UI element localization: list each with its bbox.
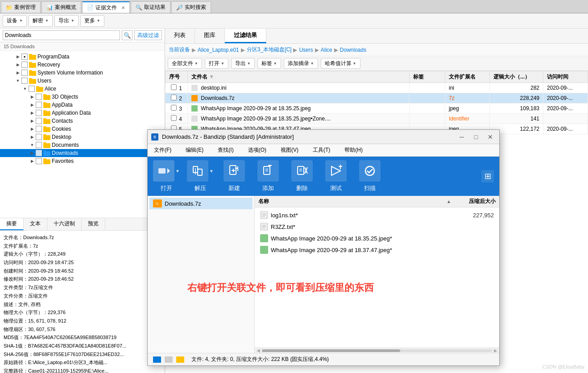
menu-tools[interactable]: 工具(T) xyxy=(309,145,334,155)
svg-rect-11 xyxy=(43,94,46,96)
bz-col-up-arrow: ▲ xyxy=(447,199,451,204)
bandizip-sidebar-archive[interactable]: 7z Downloads.7z xyxy=(149,198,253,209)
tab-forensic-icon: 🔍 xyxy=(136,4,142,11)
more-button[interactable]: 更多 ▼ xyxy=(80,15,104,27)
tab-evidence-close[interactable]: ✕ xyxy=(121,5,125,10)
row-checkbox-2[interactable] xyxy=(171,95,177,100)
tree-item-3dobjects[interactable]: ▶ 3D Objects xyxy=(0,93,165,101)
menu-edit[interactable]: 编辑(E) xyxy=(182,145,207,155)
breadcrumb-users[interactable]: Users xyxy=(299,47,313,53)
tab-case-label: 案例管理 xyxy=(14,4,36,11)
tab-forensic-result[interactable]: 🔍 取证结果 xyxy=(131,1,170,13)
open-arrow: ▼ xyxy=(221,62,224,66)
menu-help[interactable]: 帮助(H) xyxy=(341,145,366,155)
bz-grid-button[interactable]: ⊞ xyxy=(481,170,494,182)
row-checkbox-3[interactable] xyxy=(171,105,177,111)
main-toolbar: 设备 ▼ 解密 ▼ 导出 ▼ 更多 ▼ xyxy=(0,13,588,29)
search-button[interactable]: 🔍 xyxy=(122,30,133,40)
tree-item-users[interactable]: ▼ Users xyxy=(0,77,165,85)
tab-realtime-search[interactable]: 🔎 实时搜索 xyxy=(171,1,211,13)
bz-file-item[interactable]: WhatsApp Image 2020-09-29 at 18.35.25.jp… xyxy=(255,232,499,244)
tree-item-favorites[interactable]: ▶ Favorites xyxy=(0,157,165,165)
tree-item-downloads[interactable]: ▶ Downloads xyxy=(0,149,165,157)
main-tab-bar: 📁 案例管理 📊 案例概览 📄 证据文件 ✕ 🔍 取证结果 🔎 实时搜索 xyxy=(0,0,588,13)
export-file-button[interactable]: 导出 ▼ xyxy=(231,58,255,69)
tree-item-appdata2[interactable]: ▶ Application Data xyxy=(0,109,165,117)
breadcrumb-alice[interactable]: Alice xyxy=(321,47,332,53)
svg-rect-62 xyxy=(261,235,267,241)
bz-scan-tool[interactable]: 扫描 xyxy=(356,160,383,192)
bottom-tab-preview[interactable]: 预览 xyxy=(82,218,105,230)
tree-item-alice[interactable]: ▼ Alice xyxy=(0,85,165,93)
search-input[interactable] xyxy=(3,30,120,40)
bz-test-tool[interactable]: 测试 xyxy=(323,160,349,192)
tab-case-overview[interactable]: 📊 案例概览 xyxy=(41,1,81,13)
row-checkbox-1[interactable] xyxy=(171,84,177,90)
tree-item-cookies[interactable]: ▶ Cookies xyxy=(0,125,165,133)
svg-marker-29 xyxy=(167,168,170,174)
all-files-button[interactable]: 全部文件 ▼ xyxy=(168,58,202,69)
bandizip-scrollbar[interactable] xyxy=(262,349,492,352)
export-button[interactable]: 导出 ▼ xyxy=(54,15,79,27)
more-label: 更多 xyxy=(84,17,95,25)
breadcrumb-partition[interactable]: 分区3_本地磁盘[C] xyxy=(247,46,292,54)
tree-item-appdata[interactable]: ▶ AppData xyxy=(0,101,165,109)
tree-item-programdata[interactable]: ▶ ▪ ProgramData xyxy=(0,53,165,61)
bz-new-label: 新建 xyxy=(228,184,240,192)
table-row[interactable]: 1 desktop.ini ini 282 2020-09-... xyxy=(166,83,588,93)
bz-file-icon-img1 xyxy=(260,234,268,242)
decrypt-button[interactable]: 解密 ▼ xyxy=(29,15,53,27)
tag-button[interactable]: 标签 ▼ xyxy=(257,58,281,69)
right-tab-filtered[interactable]: 过滤结果 xyxy=(225,29,266,43)
decrypt-arrow: ▼ xyxy=(45,19,49,23)
menu-options[interactable]: 选项(O) xyxy=(244,145,270,155)
advanced-filter-button[interactable]: 高级过滤 xyxy=(134,30,162,40)
bottom-tab-summary[interactable]: 摘要 xyxy=(0,218,24,230)
tree-item-svi[interactable]: ▶ System Volume Information xyxy=(0,69,165,77)
bz-add-tool[interactable]: 添加 xyxy=(255,160,282,192)
bz-open-tool[interactable]: ▼ 打开 xyxy=(153,160,180,192)
col-tag: 标签 xyxy=(410,71,445,83)
device-button[interactable]: 设备 ▼ xyxy=(3,15,27,27)
right-tab-list[interactable]: 列表 xyxy=(165,29,195,43)
bz-delete-tool[interactable]: 删除 xyxy=(289,160,315,192)
open-button[interactable]: 打开 ▼ xyxy=(205,58,228,69)
bz-file-item[interactable]: R3ZZ.txt* xyxy=(255,221,499,232)
bottom-tab-hex[interactable]: 十六进制 xyxy=(47,218,82,230)
menu-find[interactable]: 查找(I) xyxy=(214,145,237,155)
bz-file-item[interactable]: log1ns.txt* 227,952 xyxy=(255,209,499,221)
tree-label-users: Users xyxy=(37,78,51,84)
bandizip-maximize-button[interactable]: □ xyxy=(471,132,481,142)
tab-realtime-label: 实时搜索 xyxy=(185,4,206,11)
menu-file[interactable]: 文件(F) xyxy=(150,145,175,155)
bz-delete-label: 删除 xyxy=(296,184,308,192)
file-icon-ini xyxy=(191,85,198,91)
tab-case-management[interactable]: 📁 案例管理 xyxy=(1,1,41,13)
breadcrumb-laptop[interactable]: Alice_Laptop.e01 xyxy=(198,47,239,53)
breadcrumb-current-device[interactable]: 当前设备 xyxy=(169,46,190,54)
svg-rect-7 xyxy=(29,78,32,80)
bandizip-files: log1ns.txt* 227,952 R3ZZ.txt* Wha xyxy=(255,207,499,348)
hash-button[interactable]: 哈希值计算 ▼ xyxy=(321,58,360,69)
tree-item-recovery[interactable]: ▶ Recovery xyxy=(0,61,165,69)
menu-view[interactable]: 视图(V) xyxy=(277,145,302,155)
bz-file-icon-txt1 xyxy=(260,211,268,219)
tree-item-desktop[interactable]: ▶ Desktop xyxy=(0,133,165,141)
bandizip-minimize-button[interactable]: ─ xyxy=(456,132,467,142)
tab-evidence-file[interactable]: 📄 证据文件 ✕ xyxy=(82,1,130,13)
bandizip-close-button[interactable]: ✕ xyxy=(485,132,496,142)
row-checkbox-4[interactable] xyxy=(171,115,177,121)
table-row[interactable]: 2 Downloads.7z 7z 228,249 2020-09-... xyxy=(166,93,588,104)
tree-item-documents[interactable]: ▼ Documents xyxy=(0,141,165,149)
bz-file-item[interactable]: WhatsApp Image 2020-09-29 at 18.37.47.jp… xyxy=(255,244,499,256)
bandizip-title: Downloads.7z - Bandizip (Standard) [Admi… xyxy=(162,133,453,140)
tree-item-contacts[interactable]: ▶ Contacts xyxy=(0,117,165,125)
table-row[interactable]: 3 WhatsApp Image 2020-09-29 at 18.35.25.… xyxy=(166,104,588,114)
bz-new-tool[interactable]: 新建 xyxy=(221,160,248,192)
table-row[interactable]: 4 WhatsApp Image 2020-09-29 at 18.35.25.… xyxy=(166,114,588,124)
bz-decompress-tool[interactable]: ▼ 解压 xyxy=(187,160,214,192)
bottom-tab-text[interactable]: 文本 xyxy=(24,218,47,230)
right-tab-gallery[interactable]: 图库 xyxy=(195,29,225,43)
add-excerpt-button[interactable]: 添加摘录 ▼ xyxy=(284,58,318,69)
breadcrumb-downloads[interactable]: Downloads xyxy=(340,47,366,53)
